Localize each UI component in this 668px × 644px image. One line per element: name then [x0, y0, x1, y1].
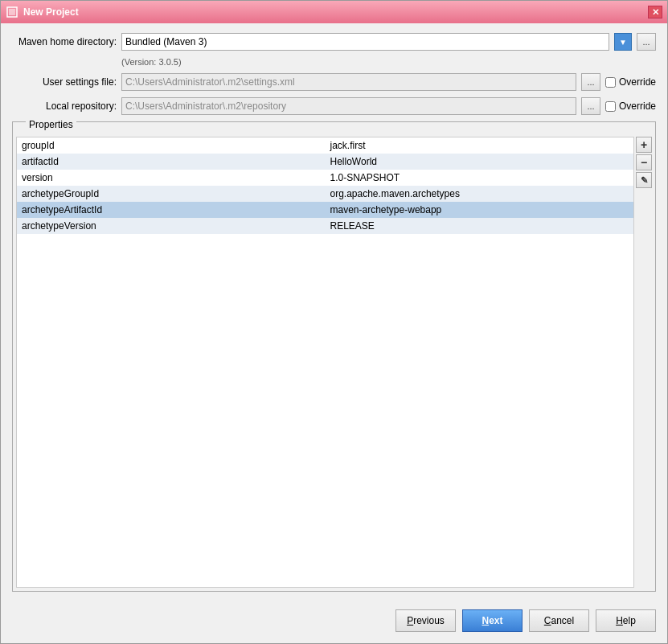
local-repo-row: Local repository: ... Override — [12, 97, 656, 115]
property-value: RELEASE — [326, 218, 634, 234]
properties-data-table: groupId jack.first artifactId HelloWorld… — [17, 137, 633, 234]
property-key: groupId — [17, 137, 326, 154]
table-actions: + − ✎ — [634, 137, 652, 588]
property-key: artifactId — [17, 154, 326, 170]
version-info: (Version: 3.0.5) — [121, 57, 656, 67]
table-row[interactable]: artifactId HelloWorld — [17, 154, 633, 170]
edit-icon: ✎ — [641, 175, 648, 186]
user-settings-browse-button[interactable]: ... — [581, 73, 600, 91]
local-repo-override-checkbox[interactable] — [605, 101, 616, 112]
svg-rect-1 — [9, 9, 15, 15]
maven-home-label: Maven home directory: — [12, 36, 117, 47]
previous-underline: P — [407, 615, 413, 626]
new-project-window: New Project ✕ Maven home directory: ▼ ..… — [0, 0, 668, 644]
next-button[interactable]: Next — [462, 609, 523, 632]
user-settings-override-label: Override — [605, 76, 656, 88]
properties-table[interactable]: groupId jack.first artifactId HelloWorld… — [16, 137, 634, 588]
property-key: archetypeGroupId — [17, 186, 326, 202]
maven-home-input[interactable] — [121, 33, 609, 51]
remove-property-button[interactable]: − — [636, 154, 652, 170]
help-underline: H — [616, 615, 623, 626]
user-settings-label: User settings file: — [12, 76, 117, 88]
table-row[interactable]: archetypeVersion RELEASE — [17, 218, 633, 234]
properties-group: Properties groupId jack.first artifactId… — [12, 121, 656, 592]
title-bar: New Project ✕ — [1, 1, 667, 23]
dropdown-arrow-icon: ▼ — [619, 38, 627, 47]
browse-dots-2: ... — [587, 77, 594, 87]
table-row[interactable]: archetypeGroupId org.apache.maven.archet… — [17, 186, 633, 202]
local-repo-label: Local repository: — [12, 100, 117, 112]
properties-legend: Properties — [26, 119, 76, 130]
property-key: archetypeArtifactId — [17, 202, 326, 218]
user-settings-override-checkbox[interactable] — [605, 77, 616, 88]
add-property-button[interactable]: + — [636, 137, 652, 153]
property-key: archetypeVersion — [17, 218, 326, 234]
properties-header: Properties — [13, 122, 655, 137]
property-value: org.apache.maven.archetypes — [326, 186, 634, 202]
user-settings-input[interactable] — [121, 73, 576, 91]
window-title: New Project — [23, 6, 648, 18]
browse-dots-3: ... — [587, 101, 594, 111]
button-bar: Previous Next Cancel Help — [1, 601, 667, 643]
property-key: version — [17, 170, 326, 186]
dialog-content: Maven home directory: ▼ ... (Version: 3.… — [1, 23, 667, 601]
local-repo-input[interactable] — [121, 97, 576, 115]
table-row[interactable]: archetypeArtifactId maven-archetype-weba… — [17, 202, 633, 218]
next-label: Next — [482, 615, 502, 626]
local-repo-override-label: Override — [605, 100, 656, 112]
property-value: 1.0-SNAPSHOT — [326, 170, 634, 186]
cancel-button[interactable]: Cancel — [529, 609, 589, 632]
property-value: HelloWorld — [326, 154, 634, 170]
add-icon: + — [641, 138, 647, 151]
close-button[interactable]: ✕ — [648, 6, 662, 18]
remove-icon: − — [641, 156, 647, 169]
window-icon — [6, 6, 18, 18]
properties-table-wrapper: groupId jack.first artifactId HelloWorld… — [16, 137, 652, 588]
previous-button[interactable]: Previous — [395, 609, 456, 632]
browse-dots: ... — [642, 37, 650, 47]
user-settings-row: User settings file: ... Override — [12, 73, 656, 91]
next-underline: N — [482, 615, 489, 626]
cancel-label: Cancel — [544, 615, 574, 626]
maven-home-row: Maven home directory: ▼ ... — [12, 33, 656, 51]
property-value: jack.first — [326, 137, 634, 154]
previous-label: Previous — [407, 615, 445, 626]
help-button[interactable]: Help — [596, 609, 656, 632]
table-row[interactable]: version 1.0-SNAPSHOT — [17, 170, 633, 186]
help-label: Help — [616, 615, 636, 626]
table-row[interactable]: groupId jack.first — [17, 137, 633, 154]
property-value: maven-archetype-webapp — [326, 202, 634, 218]
maven-home-browse-button[interactable]: ... — [637, 33, 656, 51]
maven-home-dropdown-button[interactable]: ▼ — [614, 33, 632, 51]
local-repo-browse-button[interactable]: ... — [581, 97, 600, 115]
edit-property-button[interactable]: ✎ — [636, 172, 652, 188]
